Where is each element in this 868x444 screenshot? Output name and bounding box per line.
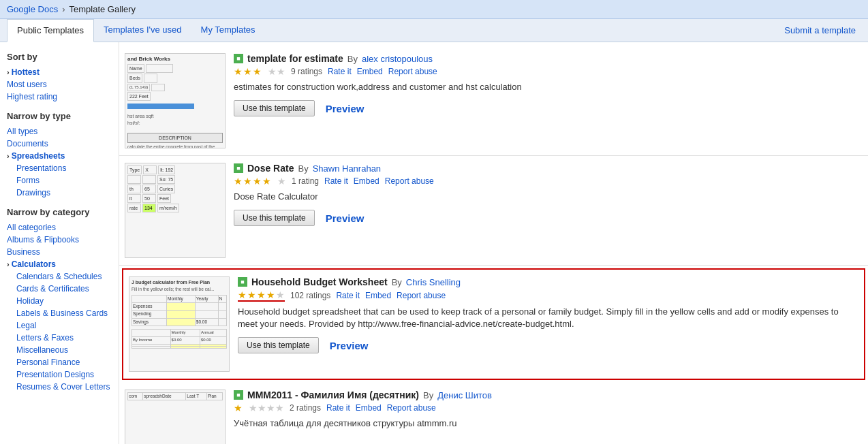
by-text-2: By [298, 163, 308, 174]
cat-albums[interactable]: Albums & Flipbooks [7, 234, 112, 246]
template-desc-1: estimates for construction work,address … [234, 81, 861, 93]
spreadsheet-icon-1: ■ [234, 54, 243, 63]
tab-public-templates[interactable]: Public Templates [7, 19, 94, 42]
type-spreadsheets[interactable]: ›Spreadsheets [7, 150, 112, 162]
author-link-4[interactable]: Денис Шитов [437, 390, 492, 400]
template-name-1: template for estimate [247, 53, 343, 64]
cat-presentation-designs[interactable]: Presentation Designs [7, 368, 112, 381]
use-template-btn-3[interactable]: Use this template [238, 337, 319, 353]
cat-cards[interactable]: Cards & Certificates [7, 283, 112, 295]
preview-link-3[interactable]: Preview [330, 340, 369, 351]
template-thumb-4: com spreadshDate Last T Plan [125, 390, 226, 444]
spreadsheet-icon-4: ■ [234, 390, 243, 400]
cat-calculators[interactable]: ›Calculators [7, 258, 112, 270]
template-card-2: Type X lt: 192 So: 75 th 65 Curies [119, 156, 868, 266]
author-link-2[interactable]: Shawn Hanrahan [313, 163, 381, 174]
template-name-4: MMM2011 - Фамилия Имя (десятник) [247, 390, 419, 400]
type-documents[interactable]: Documents [7, 138, 112, 150]
template-desc-3: Household budget spreadsheet that can be… [238, 306, 857, 330]
cat-letters[interactable]: Letters & Faxes [7, 332, 112, 344]
top-bar: Google Docs › Template Gallery [0, 0, 868, 19]
sort-highest-rating[interactable]: Highest rating [7, 91, 112, 103]
template-info-1: ■ template for estimate By alex cristopo… [234, 53, 861, 148]
stars-filled-2: ★★★★ [234, 176, 272, 187]
stars-filled-3: ★★★★ [238, 289, 276, 300]
cat-personal-finance[interactable]: Personal Finance [7, 356, 112, 368]
report-abuse-2[interactable]: Report abuse [385, 176, 434, 186]
sort-most-users[interactable]: Most users [7, 78, 112, 91]
template-desc-2: Dose Rate Calculator [234, 191, 861, 203]
author-link-1[interactable]: alex cristopoulous [362, 54, 433, 64]
type-forms[interactable]: Forms [7, 174, 112, 187]
ratings-count-2: 1 rating [292, 176, 319, 186]
sidebar: Sort by ›Hottest Most users Highest rati… [0, 42, 119, 444]
cat-calendars[interactable]: Calendars & Schedules [7, 270, 112, 283]
title-row-1: ■ template for estimate By alex cristopo… [234, 53, 861, 64]
sort-by-title: Sort by [7, 52, 112, 62]
title-row-4: ■ MMM2011 - Фамилия Имя (десятник) By Де… [234, 390, 861, 400]
report-abuse-4[interactable]: Report abuse [387, 403, 436, 413]
stars-empty-4: ★★★★ [249, 402, 284, 413]
rate-it-1[interactable]: Rate it [328, 67, 352, 76]
template-desc-4: Учётная таблица для десятников структуры… [234, 417, 861, 430]
cat-business[interactable]: Business [7, 246, 112, 258]
chevron-icon: › [7, 260, 10, 268]
stars-filled-1: ★★★ [234, 66, 262, 77]
type-presentations[interactable]: Presentations [7, 162, 112, 174]
submit-template-link[interactable]: Submit a template [779, 20, 861, 41]
cat-labels[interactable]: Labels & Business Cards [7, 307, 112, 319]
cat-resumes[interactable]: Resumes & Cover Letters [7, 381, 112, 393]
report-abuse-3[interactable]: Report abuse [397, 291, 446, 300]
by-text-4: By [423, 390, 433, 400]
by-text-3: By [392, 277, 402, 287]
tab-my-templates[interactable]: My Templates [191, 19, 265, 42]
template-info-2: ■ Dose Rate By Shawn Hanrahan ★★★★★ 1 ra… [234, 163, 861, 258]
embed-1[interactable]: Embed [357, 67, 383, 76]
preview-link-1[interactable]: Preview [326, 103, 365, 114]
use-template-btn-2[interactable]: Use this template [234, 210, 315, 226]
bottom-actions-3: Use this template Preview [238, 337, 857, 353]
ratings-row-1: ★★★★★ 9 ratings Rate it Embed Report abu… [234, 66, 861, 77]
bottom-actions-1: Use this template Preview [234, 100, 861, 116]
author-link-3[interactable]: Chris Snelling [406, 277, 461, 287]
app-name-link[interactable]: Google Docs [7, 4, 58, 14]
embed-2[interactable]: Embed [354, 176, 379, 186]
stars-empty-3: ★ [276, 289, 285, 300]
chevron-icon: › [7, 68, 10, 76]
main-layout: Sort by ›Hottest Most users Highest rati… [0, 42, 868, 444]
narrow-cat-title: Narrow by category [7, 207, 112, 217]
template-thumb-2: Type X lt: 192 So: 75 th 65 Curies [125, 163, 226, 258]
stars-empty-1: ★★ [268, 66, 285, 77]
narrow-type-title: Narrow by type [7, 111, 112, 121]
cat-all[interactable]: All categories [7, 221, 112, 234]
cat-misc[interactable]: Miscellaneous [7, 344, 112, 356]
rate-it-4[interactable]: Rate it [326, 403, 350, 413]
template-card-1: and Brick Works Name Beds (1.75.143) 222… [119, 46, 868, 156]
page-title: Template Gallery [69, 4, 136, 14]
embed-3[interactable]: Embed [365, 291, 391, 300]
ratings-row-4: ★★★★★ 2 ratings Rate it Embed Report abu… [234, 402, 861, 413]
type-drawings[interactable]: Drawings [7, 187, 112, 199]
ratings-row-3: ★★★★★ 102 ratings Rate it Embed Report a… [238, 289, 857, 302]
rate-it-3[interactable]: Rate it [336, 291, 360, 300]
report-abuse-1[interactable]: Report abuse [388, 67, 437, 76]
stars-empty-2: ★ [277, 176, 286, 187]
title-row-3: ■ Household Budget Worksheet By Chris Sn… [238, 276, 857, 287]
embed-4[interactable]: Embed [356, 403, 382, 413]
template-name-2: Dose Rate [247, 163, 294, 174]
tab-templates-used[interactable]: Templates I've used [94, 19, 191, 42]
breadcrumb-sep: › [62, 4, 65, 14]
cat-legal[interactable]: Legal [7, 319, 112, 332]
cat-holiday[interactable]: Holiday [7, 295, 112, 307]
template-thumb-3: J budget calculator from Free Plan Fill … [129, 276, 230, 372]
type-all[interactable]: All types [7, 125, 112, 138]
sort-hottest[interactable]: ›Hottest [7, 66, 112, 78]
title-row-2: ■ Dose Rate By Shawn Hanrahan [234, 163, 861, 174]
by-text-1: By [347, 54, 358, 64]
rate-it-2[interactable]: Rate it [324, 176, 348, 186]
preview-link-2[interactable]: Preview [326, 212, 365, 224]
stars-filled-4: ★ [234, 402, 243, 413]
template-info-4: ■ MMM2011 - Фамилия Имя (десятник) By Де… [234, 390, 861, 444]
template-card-3: J budget calculator from Free Plan Fill … [122, 268, 865, 380]
use-template-btn-1[interactable]: Use this template [234, 100, 315, 116]
